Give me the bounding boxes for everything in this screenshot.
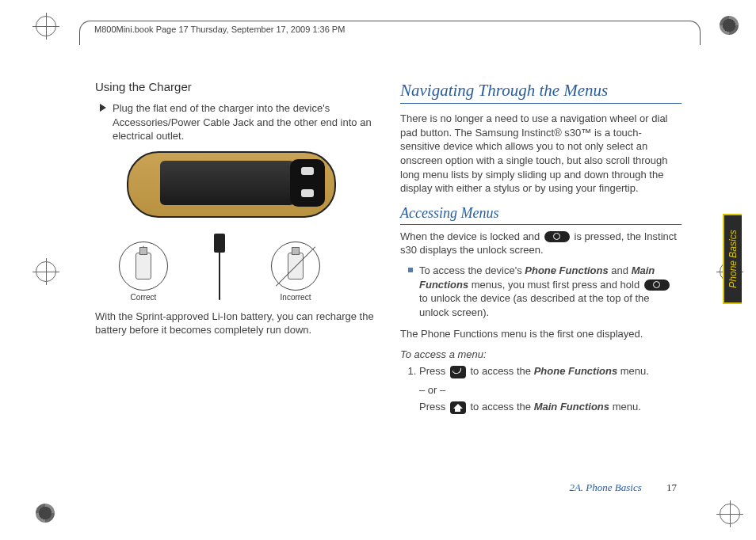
step2-a: Press <box>419 401 449 413</box>
incorrect-plug-circle <box>271 241 320 291</box>
step2-c: menu. <box>609 401 641 413</box>
side-tab: Phone Basics <box>723 214 742 304</box>
charger-instruction-text: Plug the flat end of the charger into th… <box>113 101 376 143</box>
page-header: M800Mini.book Page 17 Thursday, Septembe… <box>79 21 701 45</box>
step-1: Press to access the Phone Functions menu… <box>419 364 682 378</box>
square-bullet-icon <box>408 268 413 272</box>
cable-icon <box>208 234 231 305</box>
phone-keypad-icon <box>290 159 325 207</box>
or-separator: – or – <box>419 383 682 397</box>
locked-text: When the device is locked and is pressed… <box>400 230 682 257</box>
home-key-icon <box>450 401 466 414</box>
plug-diagram-row: Correct Incorrect <box>119 241 376 305</box>
phone-functions-label: Phone Functions <box>534 365 617 377</box>
phone-functions-label: Phone Functions <box>525 264 608 276</box>
phone-body-icon <box>127 151 336 218</box>
phone-screen-icon <box>160 161 295 205</box>
correct-plug-circle <box>119 241 168 291</box>
navigating-heading: Navigating Through the Menus <box>400 79 682 104</box>
crop-mark-icon <box>36 261 56 282</box>
to-access-label: To access a menu: <box>400 348 682 362</box>
right-column: Navigating Through the Menus There is no… <box>400 79 682 491</box>
footer-section: 2A. Phone Basics <box>569 481 641 493</box>
left-column: Using the Charger Plug the flat end of t… <box>95 79 376 491</box>
phone-illustration <box>111 151 349 238</box>
access-steps: Press to access the Phone Functions menu… <box>400 364 682 378</box>
step1-a: Press <box>419 365 449 377</box>
page-footer: 2A. Phone Basics 17 <box>569 481 677 494</box>
step1-b: to access the <box>468 365 534 377</box>
access-c: menus, you must first press and hold <box>468 279 643 291</box>
using-charger-heading: Using the Charger <box>95 79 376 95</box>
charger-instruction: Plug the flat end of the charger into th… <box>100 101 376 143</box>
footer-page-number: 17 <box>666 481 677 493</box>
crop-mark-icon <box>36 16 56 36</box>
phone-key-icon <box>450 366 466 378</box>
crop-mark-icon <box>36 504 56 524</box>
correct-label: Correct <box>119 292 168 303</box>
battery-note: With the Sprint-approved Li-Ion battery,… <box>95 310 376 337</box>
access-d: to unlock the device (as described at th… <box>419 292 650 318</box>
main-functions-label: Main Functions <box>534 401 609 413</box>
access-bullet: To access the device's Phone Functions a… <box>408 264 682 319</box>
accessing-menus-heading: Accessing Menus <box>400 203 682 225</box>
locked-a: When the device is locked and <box>400 230 543 242</box>
power-button-icon <box>644 280 670 291</box>
first-menu-text: The Phone Functions menu is the first on… <box>400 327 682 341</box>
incorrect-plug: Incorrect <box>271 241 320 303</box>
crop-mark-icon <box>720 16 740 36</box>
power-button-icon <box>544 231 570 242</box>
access-a: To access the device's <box>419 264 525 276</box>
crop-mark-icon <box>720 504 740 524</box>
plug-icon <box>136 253 151 280</box>
step2-b: to access the <box>468 401 534 413</box>
step1-c: menu. <box>617 365 649 377</box>
page-content: Using the Charger Plug the flat end of t… <box>95 79 682 491</box>
triangle-bullet-icon <box>100 104 106 112</box>
side-tab-label: Phone Basics <box>727 230 739 287</box>
incorrect-label: Incorrect <box>271 292 320 303</box>
access-text: To access the device's Phone Functions a… <box>419 264 682 319</box>
access-b: and <box>609 264 632 276</box>
step-alt: Press to access the Main Functions menu. <box>419 400 682 414</box>
correct-plug: Correct <box>119 241 168 303</box>
navigating-intro: There is no longer a need to use a navig… <box>400 112 682 195</box>
